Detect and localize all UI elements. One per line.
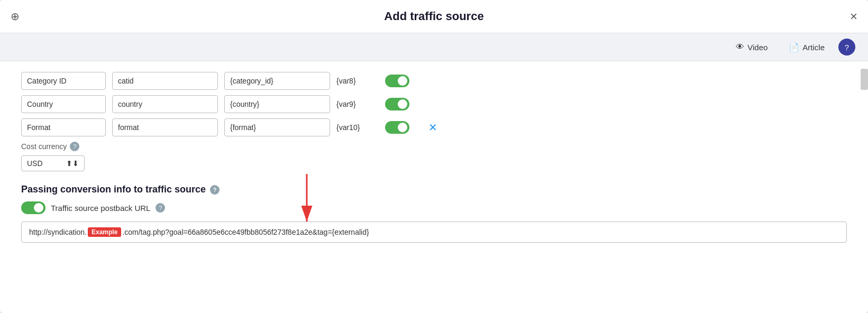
drag-icon: ⊕	[11, 10, 20, 23]
param-delete-3[interactable]: ✕	[428, 122, 444, 133]
param-placeholder-cell-1	[224, 72, 330, 90]
param-var-3: {var10}	[336, 123, 379, 132]
param-name-input-3[interactable]	[21, 118, 106, 136]
param-toggle-1[interactable]	[385, 75, 422, 87]
param-name-input-1[interactable]	[21, 72, 106, 90]
toggle-slider-2	[385, 98, 409, 111]
param-var-1: {var8}	[336, 77, 379, 85]
video-label: Video	[747, 43, 768, 52]
article-label: Article	[802, 43, 825, 52]
param-placeholder-cell-3	[224, 118, 330, 136]
conversion-section: Passing conversion info to traffic sourc…	[21, 184, 847, 243]
conversion-help-icon[interactable]: ?	[210, 185, 220, 195]
param-name-cell-1	[21, 72, 106, 90]
toggle-slider-3	[385, 121, 409, 134]
modal-title: Add traffic source	[384, 10, 483, 23]
cost-currency-section: Cost currency ? USD ⬆⬇	[21, 142, 847, 171]
toggle-switch-1[interactable]	[385, 75, 409, 87]
article-button[interactable]: 📄 Article	[781, 39, 832, 56]
postback-url-field[interactable]: http://syndication. Example .com/tag.php…	[21, 222, 847, 243]
param-alias-input-1[interactable]	[112, 72, 218, 90]
cost-currency-label: Cost currency ?	[21, 142, 847, 151]
param-placeholder-input-1[interactable]	[224, 72, 330, 90]
close-button[interactable]: ×	[850, 10, 857, 23]
postback-label: Traffic source postback URL	[51, 204, 150, 213]
url-suffix: .com/tag.php?goal=66a8605e6cce49fbb8056f…	[122, 228, 369, 236]
help-circle-label: ?	[845, 43, 849, 52]
param-row-category-id: {var8}	[21, 72, 847, 90]
postback-toggle[interactable]	[21, 201, 45, 214]
param-row-country: {var9}	[21, 95, 847, 113]
modal: ⊕ Add traffic source × 👁 Video 📄 Article…	[0, 0, 868, 313]
help-circle-button[interactable]: ?	[838, 39, 855, 56]
article-icon: 📄	[789, 42, 799, 52]
delete-button-3[interactable]: ✕	[428, 122, 437, 133]
toggle-switch-3[interactable]	[385, 121, 409, 134]
param-placeholder-input-3[interactable]	[224, 118, 330, 136]
postback-toggle-slider	[21, 201, 45, 214]
param-name-cell-2	[21, 95, 106, 113]
toolbar: 👁 Video 📄 Article ?	[0, 33, 868, 61]
param-toggle-3[interactable]	[385, 121, 422, 134]
toggle-slider-1	[385, 75, 409, 87]
video-button[interactable]: 👁 Video	[728, 39, 775, 55]
url-prefix: http://syndication.	[29, 228, 87, 236]
modal-body: {var8} {var9}	[0, 61, 868, 266]
param-name-cell-3	[21, 118, 106, 136]
cost-currency-help-icon[interactable]: ?	[70, 142, 79, 151]
param-placeholder-cell-2	[224, 95, 330, 113]
currency-chevron-icon: ⬆⬇	[66, 159, 79, 168]
postback-help-icon[interactable]: ?	[156, 203, 165, 213]
param-name-input-2[interactable]	[21, 95, 106, 113]
toggle-switch-2[interactable]	[385, 98, 409, 111]
param-alias-input-2[interactable]	[112, 95, 218, 113]
param-alias-cell-1	[112, 72, 218, 90]
param-alias-cell-3	[112, 118, 218, 136]
param-row-format: {var10} ✕	[21, 118, 847, 136]
currency-select[interactable]: USD ⬆⬇	[21, 155, 85, 171]
param-toggle-2[interactable]	[385, 98, 422, 111]
param-alias-cell-2	[112, 95, 218, 113]
video-icon: 👁	[736, 42, 744, 52]
param-rows-container: {var8} {var9}	[21, 72, 847, 136]
param-alias-input-3[interactable]	[112, 118, 218, 136]
param-var-2: {var9}	[336, 100, 379, 108]
scrollbar[interactable]	[861, 69, 868, 90]
modal-header: ⊕ Add traffic source ×	[0, 0, 868, 33]
example-badge: Example	[88, 227, 121, 237]
conversion-title: Passing conversion info to traffic sourc…	[21, 184, 847, 195]
param-placeholder-input-2[interactable]	[224, 95, 330, 113]
postback-row: Traffic source postback URL ?	[21, 201, 847, 214]
currency-value: USD	[27, 159, 43, 168]
